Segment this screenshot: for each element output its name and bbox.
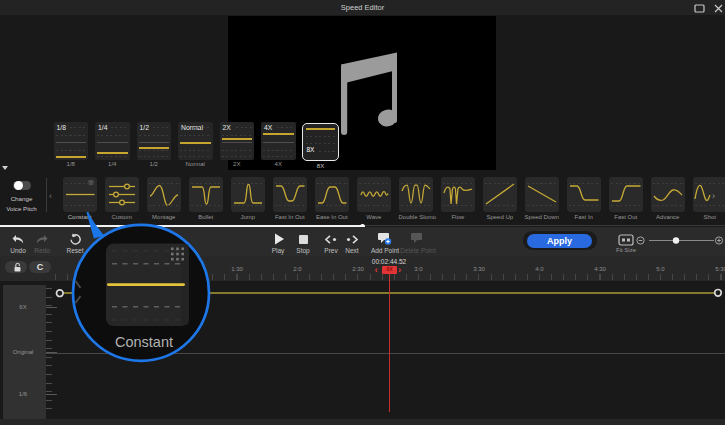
- svg-text:Constant: Constant: [115, 334, 173, 350]
